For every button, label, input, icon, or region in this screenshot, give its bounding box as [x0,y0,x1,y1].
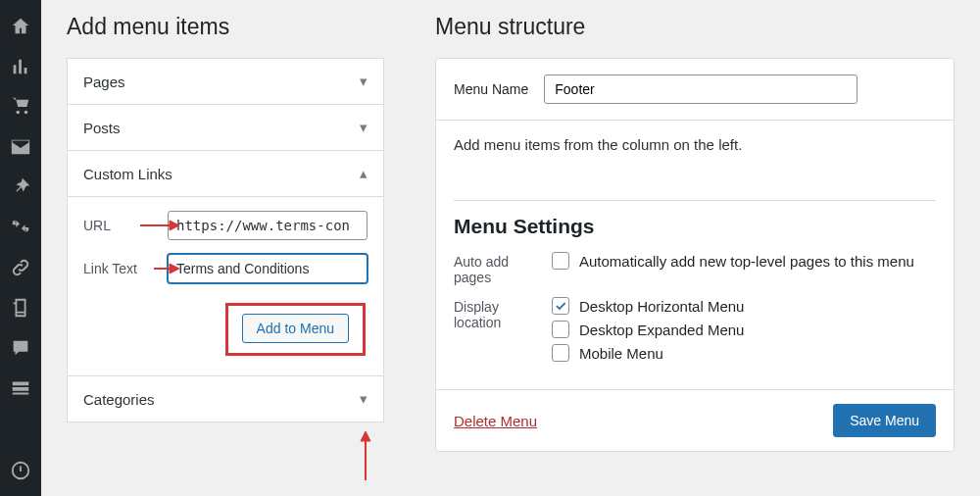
accordion-label: Posts [83,120,121,136]
loc-option: Desktop Expanded Menu [579,322,744,338]
loc-option: Desktop Horizontal Menu [579,298,744,315]
mail-icon[interactable] [0,126,41,167]
auto-add-checkbox[interactable] [552,252,569,270]
power-icon[interactable] [0,450,41,490]
loc-desktop-expanded-checkbox[interactable] [552,321,569,338]
comments-icon[interactable] [0,327,41,368]
svg-marker-6 [361,431,370,441]
chevron-down-icon: ▾ [360,73,368,90]
structure-hint: Add menu items from the column on the le… [454,136,936,153]
chevron-down-icon: ▾ [360,119,368,136]
annotation-arrow-icon [140,219,179,232]
menu-structure-heading: Menu structure [435,14,955,40]
pages-icon[interactable] [0,287,41,327]
svg-marker-2 [170,221,179,230]
delete-menu-link[interactable]: Delete Menu [454,413,537,429]
tools-icon[interactable] [0,207,41,247]
accordion-label: Pages [83,74,125,90]
admin-sidebar [0,0,41,496]
loc-option: Mobile Menu [579,345,663,362]
accordion-categories[interactable]: Categories ▾ [68,376,383,422]
save-menu-button[interactable]: Save Menu [833,404,936,437]
chevron-up-icon: ▴ [360,165,368,182]
dashboard-icon[interactable] [0,6,41,46]
svg-marker-4 [170,264,179,273]
annotation-arrow-icon [154,262,179,275]
annotation-arrow-up-icon [359,431,372,480]
menu-name-label: Menu Name [454,81,528,97]
menu-settings-heading: Menu Settings [454,215,936,238]
menu-name-input[interactable] [544,74,858,104]
chevron-down-icon: ▾ [360,390,368,408]
cart-icon[interactable] [0,86,41,126]
accordion-pages[interactable]: Pages ▾ [68,59,383,104]
link-icon[interactable] [0,247,41,287]
add-items-heading: Add menu items [67,14,384,40]
accordion-label: Custom Links [83,166,172,182]
accordion-label: Categories [83,391,155,408]
display-location-label: Display location [454,297,532,330]
url-input[interactable] [168,211,368,240]
menu-items-accordion: Pages ▾ Posts ▾ Custom Links ▴ [67,58,384,422]
menu-structure-panel: Menu Name Add menu items from the column… [435,58,955,452]
loc-mobile-checkbox[interactable] [552,344,569,362]
loc-desktop-horizontal-checkbox[interactable] [552,297,569,315]
analytics-icon[interactable] [0,46,41,86]
auto-add-label: Auto add pages [454,252,532,285]
custom-links-body: URL Link Text Add to Menu [68,196,383,375]
annotation-highlight: Add to Menu [225,303,366,356]
link-text-input[interactable] [168,254,368,283]
accordion-posts[interactable]: Posts ▾ [68,105,383,150]
add-to-menu-button[interactable]: Add to Menu [242,314,349,343]
link-text-label: Link Text [83,261,156,276]
pin-icon[interactable] [0,167,41,207]
auto-add-option: Automatically add new top-level pages to… [579,253,914,270]
widgets-icon[interactable] [0,368,41,408]
accordion-custom-links[interactable]: Custom Links ▴ [68,151,383,196]
